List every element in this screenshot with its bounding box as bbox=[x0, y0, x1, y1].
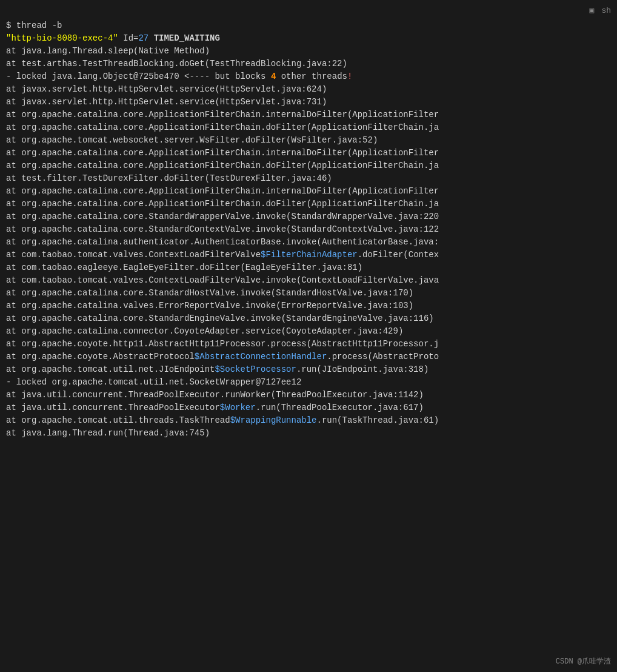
timed-waiting: TIMED_WAITING bbox=[148, 33, 220, 43]
dollar-sign: $ bbox=[6, 21, 16, 30]
stack-line-link: at org.apache.tomcat.util.net.JIoEndpoin… bbox=[6, 363, 611, 376]
stack-line: at javax.servlet.http.HttpServlet.servic… bbox=[6, 96, 611, 109]
stack-line: at org.apache.catalina.authenticator.Aut… bbox=[6, 236, 611, 249]
stack-line-link: at java.util.concurrent.ThreadPoolExecut… bbox=[6, 402, 611, 414]
stack-line: at org.apache.catalina.core.ApplicationF… bbox=[6, 147, 611, 160]
stack-line: at org.apache.tomcat.websocket.server.Ws… bbox=[6, 134, 611, 147]
stack-line: at org.apache.catalina.core.ApplicationF… bbox=[6, 198, 611, 210]
thread-header: "http-bio-8080-exec-4" Id=27 TIMED_WAITI… bbox=[6, 32, 611, 45]
locked-line-2: - locked org.apache.tomcat.util.net.Sock… bbox=[6, 376, 611, 389]
worker-link[interactable]: $Worker bbox=[220, 403, 256, 412]
stack-line: at org.apache.catalina.valves.ErrorRepor… bbox=[6, 300, 611, 312]
thread-name: "http-bio-8080-exec-4" bbox=[6, 33, 118, 43]
stack-line: at org.apache.catalina.core.StandardWrap… bbox=[6, 210, 611, 223]
stack-line: at test.filter.TestDurexFilter.doFilter(… bbox=[6, 172, 611, 185]
stack-line: at org.apache.catalina.core.ApplicationF… bbox=[6, 185, 611, 198]
stack-line: at org.apache.catalina.core.ApplicationF… bbox=[6, 160, 611, 172]
stack-line: at test.arthas.TestThreadBlocking.doGet(… bbox=[6, 58, 611, 70]
flag-b: -b bbox=[47, 21, 62, 30]
stack-line: at org.apache.catalina.connector.CoyoteA… bbox=[6, 325, 611, 338]
top-bar: ▣ sh bbox=[6, 5, 611, 17]
stack-line-link: at org.apache.tomcat.util.threads.TaskTh… bbox=[6, 414, 611, 427]
stack-line: at java.lang.Thread.sleep(Native Method) bbox=[6, 45, 611, 58]
command-line: $ thread -b bbox=[6, 19, 611, 32]
stack-line: at javax.servlet.http.HttpServlet.servic… bbox=[6, 83, 611, 96]
shell-label: sh bbox=[601, 5, 611, 17]
terminal: ▣ sh $ thread -b "http-bio-8080-exec-4" … bbox=[0, 0, 617, 672]
stack-line: at com.taobao.eagleeye.EagleEyeFilter.do… bbox=[6, 261, 611, 274]
stack-line: at java.lang.Thread.run(Thread.java:745) bbox=[6, 427, 611, 440]
watermark: CSDN @爪哇学渣 bbox=[556, 656, 611, 667]
stack-line-link: at com.taobao.tomcat.valves.ContextLoadF… bbox=[6, 249, 611, 261]
wrapping-runnable-link[interactable]: $WrappingRunnable bbox=[230, 415, 317, 425]
stack-line: at com.taobao.tomcat.valves.ContextLoadF… bbox=[6, 274, 611, 287]
stack-line: at org.apache.catalina.core.StandardHost… bbox=[6, 287, 611, 300]
stack-line-link: at org.apache.coyote.AbstractProtocol$Ab… bbox=[6, 351, 611, 363]
locked-line-special: - locked java.lang.Object@725be470 <----… bbox=[6, 70, 611, 83]
stack-line: at java.util.concurrent.ThreadPoolExecut… bbox=[6, 389, 611, 402]
abstract-connection-handler-link[interactable]: $AbstractConnectionHandler bbox=[195, 352, 327, 361]
stack-line: at org.apache.catalina.core.ApplicationF… bbox=[6, 109, 611, 121]
stack-line: at org.apache.catalina.core.ApplicationF… bbox=[6, 121, 611, 134]
top-bar-icons: ▣ sh bbox=[590, 5, 611, 17]
stack-line: at org.apache.catalina.core.StandardEngi… bbox=[6, 312, 611, 325]
id-value: 27 bbox=[138, 33, 148, 43]
id-label: Id= bbox=[118, 33, 139, 43]
stack-line: at org.apache.catalina.core.StandardCont… bbox=[6, 223, 611, 236]
stack-line: at org.apache.coyote.http11.AbstractHttp… bbox=[6, 338, 611, 351]
window-icon: ▣ bbox=[590, 5, 595, 17]
thread-cmd: thread bbox=[16, 21, 47, 30]
socket-processor-link[interactable]: $SocketProcessor bbox=[215, 365, 296, 374]
filter-chain-adapter-link[interactable]: $FilterChainAdapter bbox=[261, 250, 358, 260]
